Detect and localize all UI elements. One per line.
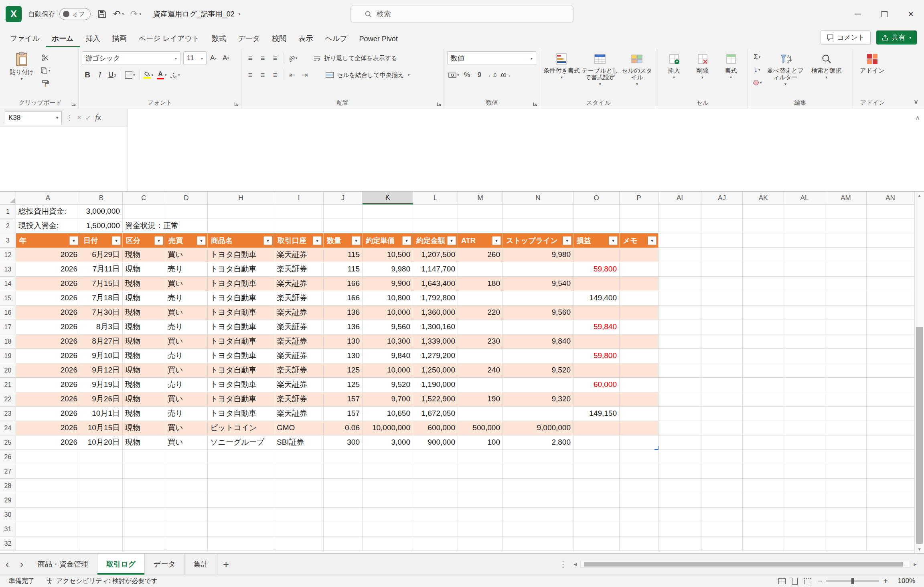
cell-AK[interactable] — [743, 435, 784, 450]
column-header-D[interactable]: D — [165, 192, 208, 204]
cell-H[interactable]: トヨタ自動車 — [208, 334, 274, 349]
cell-J[interactable] — [324, 479, 363, 493]
cell-AJ[interactable] — [701, 508, 743, 522]
cell-C[interactable]: 現物 — [123, 378, 165, 392]
cell-M[interactable] — [458, 320, 503, 334]
row-number-31[interactable]: 31 — [0, 522, 16, 536]
cell-AJ[interactable] — [701, 479, 743, 493]
cell-L[interactable]: 1,207,500 — [413, 248, 458, 262]
cell-J[interactable]: 136 — [324, 306, 363, 320]
cell-L[interactable] — [413, 508, 458, 522]
cell-N[interactable] — [503, 464, 573, 479]
table-header-L[interactable]: 約定金額▾ — [413, 233, 458, 248]
borders-button[interactable]: ▾ — [124, 69, 136, 81]
filter-button-O[interactable]: ▾ — [609, 236, 618, 245]
column-header-P[interactable]: P — [620, 192, 659, 204]
column-header-O[interactable]: O — [573, 192, 620, 204]
cell-I[interactable] — [274, 536, 324, 551]
cell-AJ[interactable] — [701, 219, 743, 233]
cell-AM[interactable] — [825, 479, 867, 493]
cell-AI[interactable] — [659, 219, 701, 233]
cell-AL[interactable] — [784, 349, 825, 363]
sheet-tab-shukei[interactable]: 集計 — [185, 554, 217, 575]
cell-AI[interactable] — [659, 320, 701, 334]
cell-AL[interactable] — [784, 536, 825, 551]
cell-N[interactable] — [503, 219, 573, 233]
cell-P[interactable] — [620, 291, 659, 306]
cell-AJ[interactable] — [701, 392, 743, 407]
cell-AI[interactable] — [659, 363, 701, 378]
percent-style-button[interactable]: % — [462, 69, 473, 81]
cell-N[interactable] — [503, 450, 573, 464]
cell-P[interactable] — [620, 334, 659, 349]
cell-AI[interactable] — [659, 248, 701, 262]
cell-N[interactable] — [503, 522, 573, 536]
cell-P[interactable] — [620, 248, 659, 262]
cell-J[interactable]: 125 — [324, 378, 363, 392]
cell-D[interactable] — [165, 493, 208, 508]
cell-O[interactable] — [573, 219, 620, 233]
cell-O[interactable] — [573, 522, 620, 536]
cell-N[interactable] — [503, 320, 573, 334]
cell-H[interactable] — [208, 219, 274, 233]
cell-B[interactable]: 7月30日 — [80, 306, 123, 320]
cell-K[interactable]: 9,980 — [363, 262, 413, 277]
cell-I[interactable] — [274, 493, 324, 508]
cell-AJ[interactable] — [701, 306, 743, 320]
cell-P[interactable] — [620, 508, 659, 522]
column-header-B[interactable]: B — [80, 192, 123, 204]
filter-button-K[interactable]: ▾ — [402, 236, 411, 245]
cell-O[interactable] — [573, 277, 620, 291]
cell-AJ[interactable] — [701, 291, 743, 306]
cell-H[interactable]: トヨタ自動車 — [208, 392, 274, 407]
cell-I[interactable]: 楽天証券 — [274, 320, 324, 334]
hscroll-left-arrow[interactable]: ◂ — [571, 561, 579, 568]
cell-AN[interactable] — [867, 291, 914, 306]
filter-button-C[interactable]: ▾ — [154, 236, 163, 245]
cell-B[interactable] — [80, 450, 123, 464]
cell-K[interactable] — [363, 479, 413, 493]
increase-decimal-button[interactable]: ←.0 — [486, 69, 498, 81]
cell-P[interactable] — [620, 536, 659, 551]
cell-C[interactable]: 現物 — [123, 421, 165, 435]
cell-AN[interactable] — [867, 349, 914, 363]
cell-D[interactable]: 買い — [165, 435, 208, 450]
column-header-AI[interactable]: AI — [659, 192, 701, 204]
tab-overflow-dots[interactable]: ⋮ — [555, 554, 571, 575]
table-header-N[interactable]: ストップライン▾ — [503, 233, 573, 248]
cell-B[interactable] — [80, 464, 123, 479]
cell-AM[interactable] — [825, 464, 867, 479]
cell-AJ[interactable] — [701, 421, 743, 435]
cell-L[interactable]: 1,792,800 — [413, 291, 458, 306]
cell-D[interactable]: 買い — [165, 363, 208, 378]
cell-A[interactable]: 2026 — [16, 378, 80, 392]
cell-M[interactable] — [458, 479, 503, 493]
cell-L[interactable]: 1,190,000 — [413, 378, 458, 392]
tab-review[interactable]: 校閲 — [266, 30, 292, 47]
cell-O[interactable]: 59,800 — [573, 349, 620, 363]
cell-A[interactable]: 2026 — [16, 421, 80, 435]
cell-AL[interactable] — [784, 479, 825, 493]
cell-AI[interactable] — [659, 378, 701, 392]
cell-P[interactable] — [620, 479, 659, 493]
horizontal-scrollbar[interactable]: ◂ ▸ — [571, 554, 924, 575]
cell-AN[interactable] — [867, 378, 914, 392]
cell-I[interactable] — [274, 479, 324, 493]
filter-button-N[interactable]: ▾ — [563, 236, 571, 245]
column-header-AK[interactable]: AK — [743, 192, 784, 204]
table-header-C[interactable]: 区分▾ — [123, 233, 165, 248]
column-header-K[interactable]: K — [363, 192, 413, 204]
cell-A[interactable] — [16, 493, 80, 508]
cell-AN[interactable] — [867, 219, 914, 233]
cell-AL[interactable] — [784, 392, 825, 407]
cell-A[interactable]: 2026 — [16, 291, 80, 306]
cell-AK[interactable] — [743, 464, 784, 479]
cell-C[interactable]: 現物 — [123, 349, 165, 363]
cell-L[interactable]: 1,147,700 — [413, 262, 458, 277]
cell-B[interactable]: 8月3日 — [80, 320, 123, 334]
vscroll-up-arrow[interactable]: ▴ — [915, 192, 924, 200]
cell-K[interactable] — [363, 508, 413, 522]
cell-C[interactable]: 現物 — [123, 334, 165, 349]
cell-B[interactable]: 9月12日 — [80, 363, 123, 378]
cell-C[interactable]: 現物 — [123, 435, 165, 450]
